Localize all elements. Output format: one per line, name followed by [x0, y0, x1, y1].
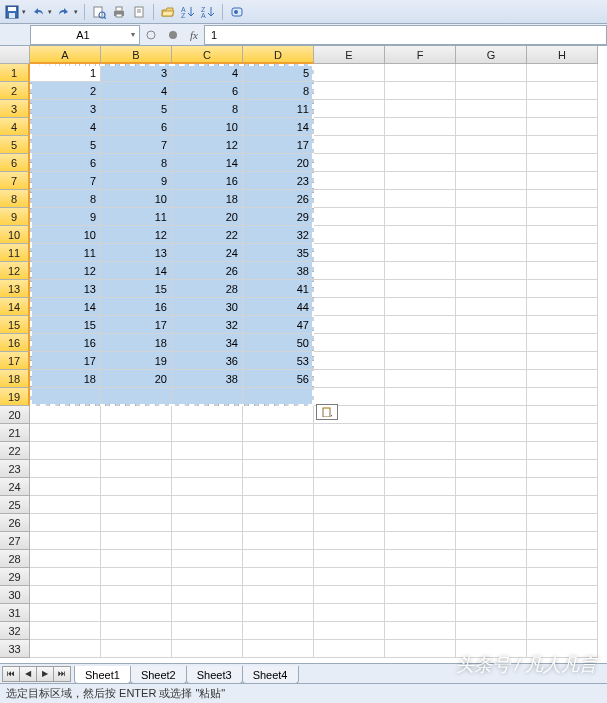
- cell[interactable]: [456, 406, 527, 424]
- cell[interactable]: [527, 514, 598, 532]
- sheet-nav-prev[interactable]: ◀: [19, 666, 37, 682]
- cell[interactable]: [30, 550, 101, 568]
- cell[interactable]: [385, 532, 456, 550]
- cell[interactable]: [456, 136, 527, 154]
- cell-area[interactable]: 1345246835811461014571217681420791623810…: [30, 64, 598, 658]
- cell[interactable]: [172, 388, 243, 406]
- cell[interactable]: [101, 460, 172, 478]
- save-icon[interactable]: [4, 4, 20, 20]
- cell[interactable]: [30, 514, 101, 532]
- cell[interactable]: [456, 460, 527, 478]
- cell[interactable]: [101, 550, 172, 568]
- cell[interactable]: [243, 532, 314, 550]
- cell[interactable]: [527, 370, 598, 388]
- cell[interactable]: 26: [172, 262, 243, 280]
- cell[interactable]: [172, 496, 243, 514]
- cell[interactable]: 7: [101, 136, 172, 154]
- cell[interactable]: [385, 586, 456, 604]
- cell[interactable]: [314, 586, 385, 604]
- cell[interactable]: 36: [172, 352, 243, 370]
- cell[interactable]: [456, 316, 527, 334]
- cell[interactable]: 13: [101, 244, 172, 262]
- cell[interactable]: [527, 64, 598, 82]
- cell[interactable]: [527, 550, 598, 568]
- cell[interactable]: 9: [101, 172, 172, 190]
- cell[interactable]: 10: [30, 226, 101, 244]
- cell[interactable]: [314, 532, 385, 550]
- cell[interactable]: 18: [172, 190, 243, 208]
- cell[interactable]: [456, 568, 527, 586]
- cell[interactable]: [385, 208, 456, 226]
- cell[interactable]: 2: [30, 82, 101, 100]
- cell[interactable]: 38: [243, 262, 314, 280]
- cell[interactable]: [385, 496, 456, 514]
- cell[interactable]: [527, 82, 598, 100]
- cell[interactable]: 14: [30, 298, 101, 316]
- cell[interactable]: 7: [30, 172, 101, 190]
- cell[interactable]: [456, 154, 527, 172]
- cell[interactable]: [314, 298, 385, 316]
- dropdown-icon[interactable]: ▾: [131, 30, 135, 39]
- cell[interactable]: [243, 568, 314, 586]
- row-header[interactable]: 23: [0, 460, 30, 478]
- cell[interactable]: [527, 388, 598, 406]
- dropdown-icon[interactable]: ▾: [22, 8, 26, 16]
- cell[interactable]: [456, 370, 527, 388]
- cell[interactable]: [456, 82, 527, 100]
- cell[interactable]: [30, 460, 101, 478]
- print-preview-icon[interactable]: [91, 4, 107, 20]
- cell[interactable]: 18: [30, 370, 101, 388]
- cell[interactable]: 8: [101, 154, 172, 172]
- cell[interactable]: [527, 442, 598, 460]
- cell[interactable]: [30, 406, 101, 424]
- sort-desc-icon[interactable]: ZA: [200, 4, 216, 20]
- cell[interactable]: 20: [243, 154, 314, 172]
- cell[interactable]: [243, 442, 314, 460]
- cell[interactable]: 15: [30, 316, 101, 334]
- cell[interactable]: [385, 136, 456, 154]
- column-header[interactable]: A: [30, 46, 101, 64]
- cell[interactable]: [172, 640, 243, 658]
- cell[interactable]: 38: [172, 370, 243, 388]
- column-header[interactable]: E: [314, 46, 385, 64]
- cell[interactable]: [456, 424, 527, 442]
- cell[interactable]: [101, 514, 172, 532]
- row-header[interactable]: 31: [0, 604, 30, 622]
- cell[interactable]: [456, 352, 527, 370]
- cell[interactable]: [527, 478, 598, 496]
- cell[interactable]: 10: [172, 118, 243, 136]
- cell[interactable]: [527, 118, 598, 136]
- cell[interactable]: 44: [243, 298, 314, 316]
- column-header[interactable]: B: [101, 46, 172, 64]
- row-header[interactable]: 1: [0, 64, 30, 82]
- cell[interactable]: [527, 532, 598, 550]
- cell[interactable]: [456, 622, 527, 640]
- cell[interactable]: [527, 406, 598, 424]
- cell[interactable]: 20: [172, 208, 243, 226]
- cell[interactable]: [385, 298, 456, 316]
- cell[interactable]: [456, 208, 527, 226]
- cell[interactable]: [456, 226, 527, 244]
- sort-asc-icon[interactable]: AZ: [180, 4, 196, 20]
- cell[interactable]: [172, 460, 243, 478]
- cell[interactable]: 5: [243, 64, 314, 82]
- name-box[interactable]: A1 ▾: [30, 25, 140, 45]
- cell[interactable]: [456, 586, 527, 604]
- cell[interactable]: [172, 604, 243, 622]
- cell[interactable]: [385, 334, 456, 352]
- row-header[interactable]: 21: [0, 424, 30, 442]
- cell[interactable]: [30, 586, 101, 604]
- cell[interactable]: [385, 406, 456, 424]
- cell[interactable]: [101, 424, 172, 442]
- cell[interactable]: [527, 604, 598, 622]
- print-icon[interactable]: [111, 4, 127, 20]
- cell[interactable]: [385, 352, 456, 370]
- cell[interactable]: [243, 460, 314, 478]
- cell[interactable]: 5: [101, 100, 172, 118]
- cell[interactable]: [527, 460, 598, 478]
- cell[interactable]: [314, 550, 385, 568]
- cell[interactable]: [314, 514, 385, 532]
- cell[interactable]: [30, 640, 101, 658]
- cell[interactable]: [172, 586, 243, 604]
- cell[interactable]: [314, 352, 385, 370]
